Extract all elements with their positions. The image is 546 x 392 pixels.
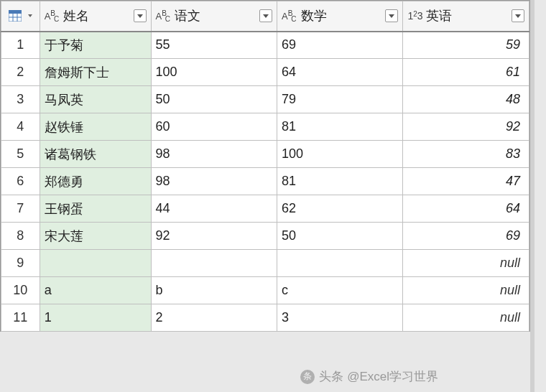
table-row[interactable]: 3马凤英507948 [1, 86, 529, 113]
type-number-icon: 123 [407, 10, 422, 22]
cell-english[interactable]: 83 [403, 141, 529, 168]
row-number[interactable]: 11 [1, 304, 40, 332]
column-header-name[interactable]: ABC 姓名 [40, 1, 151, 32]
table-row[interactable]: 1于予菊556959 [1, 32, 529, 59]
corner-cell[interactable] [1, 1, 40, 32]
table-row[interactable]: 10abcnull [1, 277, 529, 304]
cell-english[interactable]: null [403, 277, 529, 304]
cell-name[interactable]: 郑德勇 [40, 168, 151, 195]
row-number[interactable]: 7 [1, 195, 40, 223]
cell-name[interactable]: 宋大莲 [40, 223, 151, 250]
cell-chinese[interactable]: b [151, 277, 277, 304]
column-label: 数学 [301, 7, 327, 24]
cell-math[interactable]: 81 [277, 113, 403, 141]
cell-chinese[interactable]: 55 [151, 32, 277, 59]
cell-english[interactable]: 69 [403, 223, 529, 250]
type-text-icon: ABC [45, 11, 61, 22]
row-number[interactable]: 8 [1, 223, 40, 250]
header-row: ABC 姓名 ABC 语文 ABC [1, 1, 529, 32]
table-row[interactable]: 9null [1, 250, 529, 277]
cell-english[interactable]: null [403, 250, 529, 277]
cell-math[interactable]: 81 [277, 168, 403, 195]
table-row[interactable]: 7王钢蛋446264 [1, 195, 529, 223]
cell-name[interactable]: 赵铁锤 [40, 113, 151, 141]
chevron-down-icon [389, 14, 394, 18]
column-header-math[interactable]: ABC 数学 [277, 1, 403, 32]
cell-chinese[interactable]: 98 [151, 141, 277, 168]
watermark-text: 头条 @Excel学习世界 [319, 368, 438, 385]
row-number[interactable]: 2 [1, 59, 40, 86]
row-number[interactable]: 5 [1, 141, 40, 168]
table-icon [9, 10, 22, 22]
row-number[interactable]: 6 [1, 168, 40, 195]
cell-name[interactable]: 王钢蛋 [40, 195, 151, 223]
table-row[interactable]: 8宋大莲925069 [1, 223, 529, 250]
cell-chinese[interactable]: 100 [151, 59, 277, 86]
column-label: 姓名 [63, 7, 89, 24]
type-text-icon: ABC [156, 11, 172, 22]
row-number[interactable]: 3 [1, 86, 40, 113]
cell-math[interactable] [277, 250, 403, 277]
filter-button[interactable] [385, 9, 398, 22]
cell-math[interactable]: 62 [277, 195, 403, 223]
cell-math[interactable]: 69 [277, 32, 403, 59]
chevron-down-icon [137, 14, 143, 18]
chevron-down-icon [515, 14, 521, 18]
column-header-chinese[interactable]: ABC 语文 [151, 1, 277, 32]
filter-button[interactable] [134, 9, 147, 22]
table-body: 1于予菊5569592詹姆斯下士10064613马凤英5079484赵铁锤608… [1, 32, 529, 332]
svg-rect-1 [9, 10, 22, 14]
cell-chinese[interactable]: 2 [151, 304, 277, 332]
cell-english[interactable]: 48 [403, 86, 529, 113]
filter-button[interactable] [259, 9, 272, 22]
cell-english[interactable]: 59 [403, 32, 529, 59]
cell-english[interactable]: null [403, 304, 529, 332]
row-number[interactable]: 9 [1, 250, 40, 277]
cell-chinese[interactable]: 50 [151, 86, 277, 113]
cell-math[interactable]: 79 [277, 86, 403, 113]
cell-math[interactable]: 3 [277, 304, 403, 332]
cell-english[interactable]: 92 [403, 113, 529, 141]
cell-english[interactable]: 47 [403, 168, 529, 195]
cell-name[interactable]: a [40, 277, 151, 304]
cell-chinese[interactable]: 44 [151, 195, 277, 223]
cell-math[interactable]: 50 [277, 223, 403, 250]
filter-button[interactable] [512, 9, 524, 22]
table-row[interactable]: 4赵铁锤608192 [1, 113, 529, 141]
cell-name[interactable]: 诸葛钢铁 [40, 141, 151, 168]
column-header-english[interactable]: 123 英语 [403, 1, 529, 32]
cell-name[interactable]: 马凤英 [40, 86, 151, 113]
type-text-icon: ABC [282, 11, 298, 22]
cell-chinese[interactable]: 92 [151, 223, 277, 250]
cell-math[interactable]: 100 [277, 141, 403, 168]
cell-chinese[interactable] [151, 250, 277, 277]
watermark-icon: 条 [300, 370, 315, 384]
cell-name[interactable]: 于予菊 [40, 32, 151, 59]
cell-name[interactable]: 1 [40, 304, 151, 332]
cell-name[interactable] [40, 250, 151, 277]
query-table: ABC 姓名 ABC 语文 ABC [0, 0, 530, 332]
scrollbar-track[interactable] [530, 0, 535, 392]
column-label: 语文 [175, 7, 200, 24]
cell-chinese[interactable]: 60 [151, 113, 277, 141]
cell-name[interactable]: 詹姆斯下士 [40, 59, 151, 86]
table-row[interactable]: 6郑德勇988147 [1, 168, 529, 195]
cell-math[interactable]: c [277, 277, 403, 304]
cell-chinese[interactable]: 98 [151, 168, 277, 195]
table-menu-chevron-icon [28, 14, 32, 17]
cell-english[interactable]: 64 [403, 195, 529, 223]
table-row[interactable]: 5诸葛钢铁9810083 [1, 141, 529, 168]
chevron-down-icon [263, 14, 269, 18]
table-row[interactable]: 2詹姆斯下士1006461 [1, 59, 529, 86]
cell-math[interactable]: 64 [277, 59, 403, 86]
watermark: 条 头条 @Excel学习世界 [300, 368, 438, 385]
table-row[interactable]: 11123null [1, 304, 529, 332]
row-number[interactable]: 4 [1, 113, 40, 141]
column-label: 英语 [426, 7, 452, 24]
cell-english[interactable]: 61 [403, 59, 529, 86]
row-number[interactable]: 1 [1, 32, 40, 59]
row-number[interactable]: 10 [1, 277, 40, 304]
